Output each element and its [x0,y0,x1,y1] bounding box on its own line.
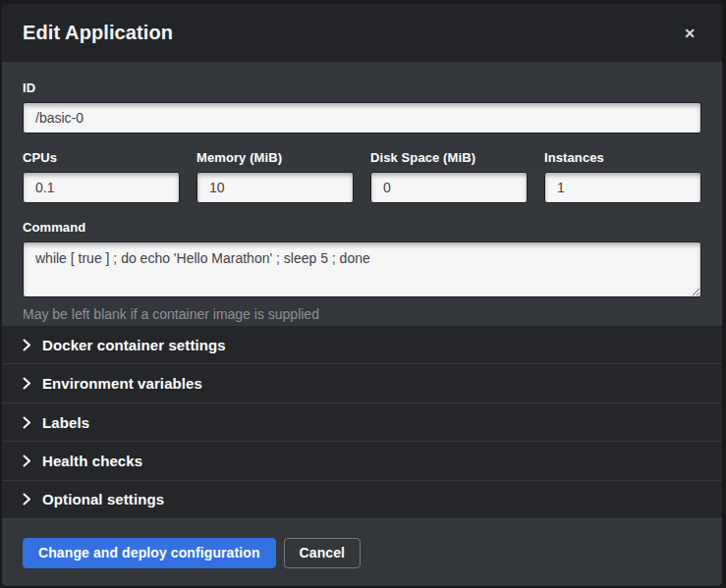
command-label: Command [23,220,701,235]
field-group-command: Command while [ true ] ; do echo 'Hello … [23,220,701,322]
instances-input[interactable] [544,172,701,203]
memory-input[interactable] [196,172,354,203]
section-docker-container-settings[interactable]: Docker container settings [2,326,722,364]
cpus-label: CPUs [23,150,180,165]
section-health-checks[interactable]: Health checks [2,442,722,480]
id-label: ID [23,80,701,95]
id-input[interactable] [23,102,701,134]
close-icon[interactable]: ✕ [678,23,701,44]
section-title: Labels [42,414,89,431]
chevron-right-icon [23,493,31,506]
cancel-button[interactable]: Cancel [284,538,362,568]
change-and-deploy-button[interactable]: Change and deploy configuration [23,538,276,568]
modal-title: Edit Application [23,22,173,44]
modal-header: Edit Application ✕ [2,4,722,62]
section-title: Optional settings [42,491,164,508]
chevron-right-icon [23,339,31,351]
command-help-text: May be left blank if a container image i… [23,306,701,322]
section-optional-settings[interactable]: Optional settings [2,481,722,518]
accordion-sections: Docker container settings Environment va… [2,326,722,518]
cpus-input[interactable] [23,172,180,203]
section-labels[interactable]: Labels [2,403,722,442]
application-form: ID CPUs Memory (MiB) Disk Space (MiB) In… [2,62,722,326]
section-title: Docker container settings [42,337,226,353]
chevron-right-icon [23,454,31,467]
memory-label: Memory (MiB) [196,150,354,165]
command-textarea[interactable]: while [ true ] ; do echo 'Hello Marathon… [23,241,701,297]
edit-application-modal: Edit Application ✕ ID CPUs Memory (MiB) … [2,4,722,586]
field-group-cpus: CPUs [23,150,180,203]
disk-label: Disk Space (MiB) [370,150,528,165]
section-title: Health checks [42,453,142,469]
section-title: Environment variables [42,375,202,392]
section-environment-variables[interactable]: Environment variables [2,364,722,402]
resources-row: CPUs Memory (MiB) Disk Space (MiB) Insta… [23,150,701,203]
field-group-id: ID [23,80,701,134]
field-group-instances: Instances [544,150,701,203]
field-group-memory: Memory (MiB) [196,150,354,203]
disk-input[interactable] [370,172,528,203]
chevron-right-icon [23,416,31,429]
modal-footer: Change and deploy configuration Cancel [2,518,722,586]
chevron-right-icon [23,377,31,390]
instances-label: Instances [544,150,701,165]
field-group-disk: Disk Space (MiB) [370,150,528,203]
